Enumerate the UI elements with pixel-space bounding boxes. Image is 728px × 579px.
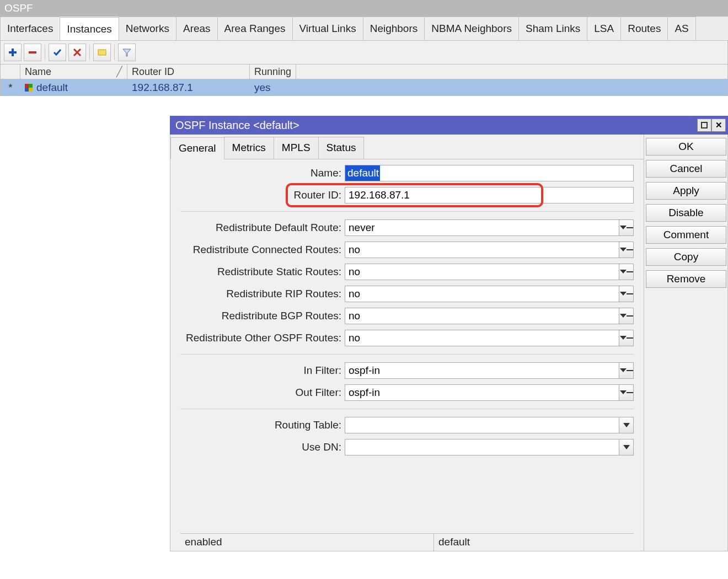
- row-use-dn: Use DN:: [180, 439, 634, 455]
- copy-button[interactable]: Copy: [646, 248, 726, 266]
- grid-header: Name╱ Router ID Running: [0, 64, 728, 79]
- dropdown-toggle-icon[interactable]: [619, 362, 634, 379]
- redist-other-ospf-combo[interactable]: [345, 330, 619, 346]
- redist-default-combo[interactable]: [345, 219, 619, 236]
- svg-rect-1: [9, 51, 17, 53]
- instance-icon: [25, 84, 33, 92]
- redist-connected-combo[interactable]: [345, 242, 619, 258]
- svg-rect-2: [29, 51, 36, 53]
- dropdown-toggle-icon[interactable]: [619, 308, 634, 324]
- filter-button[interactable]: [118, 44, 136, 61]
- grid-header-routerid[interactable]: Router ID: [127, 65, 250, 79]
- dropdown-toggle-icon[interactable]: [619, 384, 634, 401]
- apply-button[interactable]: Apply: [646, 182, 726, 200]
- redist-static-combo[interactable]: [345, 264, 619, 280]
- out-filter-label: Out Filter:: [180, 387, 341, 399]
- dialog-left-panel: GeneralMetricsMPLSStatus Name: Router ID…: [170, 135, 644, 551]
- tab-area-ranges[interactable]: Area Ranges: [217, 17, 293, 40]
- dialog-tab-mpls[interactable]: MPLS: [274, 137, 319, 159]
- redist-other-ospf-label: Redistribute Other OSPF Routes:: [180, 332, 341, 344]
- tab-sham-links[interactable]: Sham Links: [518, 17, 587, 40]
- tab-virtual-links[interactable]: Virtual Links: [292, 17, 363, 40]
- comment-button[interactable]: [93, 44, 111, 61]
- redist-rip-label: Redistribute RIP Routes:: [180, 288, 341, 300]
- svg-rect-5: [98, 50, 106, 55]
- separator: [180, 409, 634, 409]
- dialog-tab-general[interactable]: General: [170, 137, 224, 159]
- tab-instances[interactable]: Instances: [60, 17, 119, 41]
- dialog-status-bar: enabled default: [180, 533, 634, 551]
- ospf-instance-dialog: OSPF Instance <default> ✕ GeneralMetrics…: [170, 116, 728, 551]
- row-redist-rip: Redistribute RIP Routes:: [180, 286, 634, 302]
- redist-static-label: Redistribute Static Routes:: [180, 266, 341, 278]
- routerid-label: Router ID:: [180, 189, 341, 201]
- routerid-input[interactable]: [345, 187, 634, 203]
- grid-header-running[interactable]: Running: [250, 65, 296, 79]
- dropdown-toggle-icon[interactable]: [619, 439, 634, 455]
- tab-interfaces[interactable]: Interfaces: [0, 17, 60, 40]
- in-filter-combo[interactable]: [345, 362, 619, 379]
- row-name-text: default: [36, 82, 68, 94]
- row-running: yes: [250, 79, 296, 96]
- routing-table-combo[interactable]: [345, 417, 619, 433]
- grid-body: * default 192.168.87.1 yes: [0, 79, 728, 96]
- toolbar-divider: [45, 45, 45, 60]
- comment-button[interactable]: Comment: [646, 226, 726, 244]
- maximize-button[interactable]: [697, 119, 711, 132]
- status-instance: default: [434, 534, 634, 551]
- status-enabled: enabled: [180, 534, 434, 551]
- dropdown-toggle-icon[interactable]: [619, 242, 634, 258]
- close-button[interactable]: ✕: [711, 119, 726, 132]
- svg-rect-7: [702, 122, 707, 128]
- tab-nbma-neighbors[interactable]: NBMA Neighbors: [424, 17, 519, 40]
- tab-neighbors[interactable]: Neighbors: [363, 17, 425, 40]
- enable-button[interactable]: [49, 44, 66, 61]
- toolbar-divider: [89, 45, 90, 60]
- redist-default-label: Redistribute Default Route:: [180, 222, 341, 234]
- row-redist-bgp: Redistribute BGP Routes:: [180, 308, 634, 324]
- toolbar-divider: [114, 45, 115, 60]
- dialog-tab-metrics[interactable]: Metrics: [224, 137, 274, 159]
- tab-routes[interactable]: Routes: [620, 17, 668, 40]
- remove-button[interactable]: [24, 44, 41, 61]
- grid-handle-col[interactable]: [1, 65, 20, 79]
- separator: [180, 354, 634, 355]
- grid-header-name[interactable]: Name╱: [20, 65, 127, 79]
- dropdown-toggle-icon[interactable]: [619, 286, 634, 302]
- tab-areas[interactable]: Areas: [176, 17, 218, 40]
- ok-button[interactable]: OK: [646, 138, 726, 156]
- row-redist-other-ospf: Redistribute Other OSPF Routes:: [180, 330, 634, 346]
- disable-button[interactable]: [68, 44, 86, 61]
- redist-bgp-combo[interactable]: [345, 308, 619, 324]
- dropdown-toggle-icon[interactable]: [619, 264, 634, 280]
- name-input[interactable]: [345, 165, 634, 181]
- in-filter-label: In Filter:: [180, 364, 341, 377]
- redist-rip-combo[interactable]: [345, 286, 619, 302]
- use-dn-label: Use DN:: [180, 441, 341, 453]
- row-out-filter: Out Filter:: [180, 384, 634, 401]
- tab-lsa[interactable]: LSA: [587, 17, 621, 40]
- window-title: OSPF: [4, 2, 33, 14]
- dialog-title: OSPF Instance <default>: [175, 119, 299, 132]
- routing-table-label: Routing Table:: [180, 419, 341, 431]
- tab-networks[interactable]: Networks: [119, 17, 176, 40]
- tab-as[interactable]: AS: [667, 17, 695, 40]
- dialog-tab-status[interactable]: Status: [318, 137, 365, 159]
- remove-button[interactable]: Remove: [646, 270, 726, 288]
- dialog-window-buttons: ✕: [697, 119, 726, 132]
- dialog-title-bar[interactable]: OSPF Instance <default> ✕: [170, 116, 728, 135]
- row-routing-table: Routing Table:: [180, 417, 634, 433]
- dropdown-toggle-icon[interactable]: [619, 417, 634, 433]
- col-name-label: Name: [25, 66, 51, 78]
- use-dn-combo[interactable]: [345, 439, 619, 455]
- out-filter-combo[interactable]: [345, 384, 619, 401]
- disable-button[interactable]: Disable: [646, 204, 726, 222]
- main-tabs: InterfacesInstancesNetworksAreasArea Ran…: [0, 17, 728, 41]
- cancel-button[interactable]: Cancel: [646, 160, 726, 178]
- table-row[interactable]: * default 192.168.87.1 yes: [1, 79, 727, 96]
- name-label: Name:: [180, 167, 341, 179]
- dropdown-toggle-icon[interactable]: [619, 330, 634, 346]
- add-button[interactable]: [4, 44, 22, 61]
- redist-connected-label: Redistribute Connected Routes:: [180, 244, 341, 256]
- dropdown-toggle-icon[interactable]: [619, 219, 634, 236]
